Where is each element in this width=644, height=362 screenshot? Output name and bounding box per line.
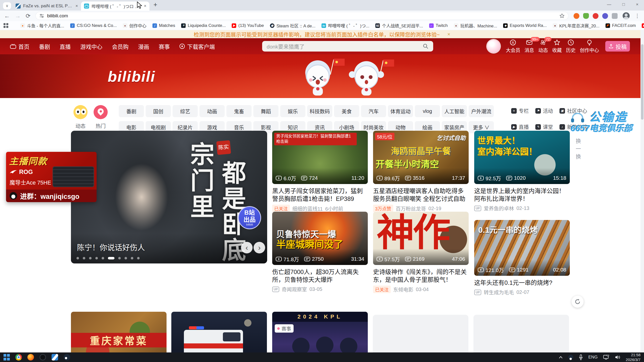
link-classroom[interactable]: ✎课堂 <box>535 123 553 130</box>
uploader-name[interactable]: 转生成为毛毛 <box>484 289 514 296</box>
steam-tray-icon[interactable] <box>568 355 573 360</box>
video-card[interactable]: 贝鲁特惊天一爆 半座城瞬间没了 71.8万 2750 31:34 伤亡超7000… <box>272 212 368 293</box>
video-thumbnail-food[interactable]: 重庆家常菜 <box>71 312 167 352</box>
video-title[interactable]: 这是世界上最大的室内海洋公园！阿布扎比海洋世界！ <box>474 187 570 203</box>
video-title[interactable]: 史诗级神作《闯关东》，闯的不是关东，是中国人骨子里那股气！ <box>373 268 469 284</box>
tab-search-button[interactable]: ∨ <box>3 2 11 9</box>
carousel-dot[interactable] <box>102 257 104 259</box>
video-card[interactable]: 神作 57.5万 2169 47:06 史诗级神作《闯关东》，闯的不是关东，是中… <box>373 212 469 293</box>
carousel[interactable]: 宗门里 都是卧底 陈实 B站 出品 bilibili 陈宁！你说话好伤人 ‹ › <box>71 131 267 263</box>
language-indicator[interactable]: ENG <box>588 355 598 360</box>
carousel-dot[interactable] <box>89 257 92 259</box>
bookmark-pgl[interactable]: ▶(557) PGL Cluj - N... <box>642 23 644 28</box>
bookmark-esports-world[interactable]: ◈Esports World Ra... <box>503 23 547 28</box>
nav-download-client[interactable]: 下载客户端 <box>179 42 215 50</box>
video-meta[interactable]: 已关注 东倾电影 03-04 <box>373 286 469 293</box>
bookmark-star-icon[interactable] <box>559 13 565 18</box>
url-text[interactable]: bilibili.com <box>47 13 68 19</box>
chip-vlog[interactable]: vlog <box>415 105 440 117</box>
video-title[interactable]: 黑人男子闯女邻居家抢菜刀，猛刺警员胸部后遭1枪击毙！EP389 <box>272 187 368 203</box>
search-icon[interactable] <box>423 43 429 49</box>
bookmark-bilibili[interactable]: tv哔哩哔哩 ( ゜- ゜)つ... <box>321 22 369 29</box>
bookmark-liquipedia[interactable]: ⚘Liquipedia Counte... <box>181 23 226 28</box>
tab-close-icon[interactable]: × <box>75 4 78 9</box>
display-icon[interactable] <box>603 355 609 360</box>
hot-label[interactable]: 热门 <box>94 122 108 129</box>
carousel-dot[interactable] <box>76 257 79 259</box>
nav-live[interactable]: 直播 <box>60 42 71 50</box>
video-title[interactable]: 这年头还有0.1元一串的烧烤? <box>474 279 570 287</box>
nav-history[interactable]: 历史 <box>566 39 576 53</box>
nav-home[interactable]: 首页 <box>10 42 29 50</box>
chip-variety[interactable]: 综艺 <box>173 105 198 117</box>
shield-extension-icon[interactable] <box>583 13 589 19</box>
nav-vip[interactable]: 大 大会员 <box>506 39 520 53</box>
dynamic-feed-icon[interactable] <box>73 105 88 119</box>
nav-bangumi[interactable]: 番剧 <box>39 42 50 50</box>
upload-button[interactable]: 投稿 <box>605 41 630 52</box>
hot-icon[interactable] <box>94 105 108 119</box>
chrome-taskbar-icon[interactable] <box>15 354 22 360</box>
chip-auto[interactable]: 汽车 <box>361 105 386 117</box>
video-card[interactable]: 58元/位 乞讨式自助 海鸥丽晶早午餐 开餐半小时清空 89.6万 3516 1… <box>373 131 469 212</box>
carousel-dot[interactable] <box>118 257 121 259</box>
microphone-icon[interactable] <box>579 354 583 360</box>
carousel-dot[interactable] <box>95 257 98 259</box>
video-thumbnail[interactable]: 贝鲁特惊天一爆 半座城瞬间没了 71.8万 2750 31:34 <box>272 212 368 265</box>
bookmark-douyu[interactable]: ●斗鱼 - 每个人的直... <box>20 22 64 29</box>
carousel-dot[interactable] <box>131 257 133 259</box>
video-card[interactable]: 男子闯女邻居家抢菜刀！猛刺警员胸部遭1枪击毙 6.0万 724 11:20 黑人… <box>272 131 368 212</box>
video-thumbnail[interactable]: 世界最大！ 室内海洋公园！ 92.5万 1020 15:18 <box>474 131 570 184</box>
avatar[interactable] <box>487 40 500 53</box>
video-thumbnail[interactable]: 0.1元一串的烧烤 121.0万 1291 02:08 <box>474 220 570 276</box>
chip-tech[interactable]: 科技数码 <box>307 105 332 117</box>
scrollbar-thumb[interactable] <box>641 44 643 120</box>
nav-vip-shop[interactable]: 会员购 <box>112 42 129 50</box>
puzzle-extensions-icon[interactable] <box>612 13 618 19</box>
carousel-dot[interactable] <box>83 257 85 259</box>
carousel-dot-active[interactable] <box>108 257 114 259</box>
video-thumbnail-ambulance[interactable] <box>171 312 267 352</box>
bookmark-kpl[interactable]: ●KPL年度总决赛_20... <box>553 22 599 29</box>
video-title[interactable]: 伤亡超7000人，超30万人流离失所，贝鲁特惊天大爆炸 <box>272 268 368 284</box>
chip-outdoor[interactable]: 户外潮流 <box>469 105 494 117</box>
chip-food[interactable]: 美食 <box>334 105 359 117</box>
bookmark-youtube[interactable]: ▶(13) YouTube <box>232 23 264 28</box>
apps-grid-icon[interactable] <box>4 23 8 28</box>
scrollbar-track[interactable] <box>640 30 644 352</box>
bookmark-creator-center[interactable]: ●创作中心 <box>123 22 146 29</box>
video-thumbnail[interactable]: 神作 57.5万 2169 47:06 <box>373 212 469 265</box>
video-thumbnail[interactable]: 58元/位 乞讨式自助 海鸥丽晶早午餐 开餐半小时清空 89.6万 3516 1… <box>373 131 469 184</box>
chip-sports[interactable]: 体育运动 <box>388 105 413 117</box>
link-activity[interactable]: ⚑活动 <box>535 107 553 114</box>
carousel-title[interactable]: 陈宁！你说话好伤人 <box>77 241 145 252</box>
video-card[interactable]: 世界最大！ 室内海洋公园！ 92.5万 1020 15:18 这是世界上最大的室… <box>474 131 570 212</box>
carousel-next-button[interactable]: › <box>254 242 265 253</box>
bookmark-matches[interactable]: /Matches <box>152 23 175 28</box>
video-meta[interactable]: UP 爱养鱼的卓林 02-13 <box>474 205 570 212</box>
link-articles[interactable]: ≡专栏 <box>511 107 529 114</box>
start-button-icon[interactable] <box>4 354 10 360</box>
carousel-prev-button[interactable]: ‹ <box>241 242 253 253</box>
new-tab-button[interactable]: + <box>153 1 157 9</box>
nav-favorites[interactable]: 收藏 <box>552 39 562 53</box>
nav-dynamic[interactable]: 72 动态 <box>538 39 548 53</box>
video-meta[interactable]: 3万点赞 百万粉丝龙哥 02-19 <box>373 205 469 212</box>
nav-esports[interactable]: 赛事 <box>159 42 170 50</box>
nav-messages[interactable]: 99+ 消息 <box>525 39 534 53</box>
taskbar-clock[interactable]: 21:58 2026/3/7 <box>626 352 640 362</box>
reload-icon[interactable]: ⟳ <box>26 13 30 19</box>
video-meta[interactable]: UP 奇闻观察室 03-05 <box>272 286 368 293</box>
chip-guochuang[interactable]: 国创 <box>146 105 171 117</box>
tab-close-icon[interactable]: × <box>144 4 146 9</box>
video-meta[interactable]: 已关注 细细的蓝线11 6小时前 <box>272 205 368 212</box>
back-icon[interactable]: ← <box>4 13 10 19</box>
chip-ai[interactable]: 人工智能 <box>442 105 467 117</box>
chip-entertainment[interactable]: 娱乐 <box>280 105 305 117</box>
chip-animation[interactable]: 动画 <box>199 105 225 117</box>
bookmark-twitch[interactable]: ⌐Twitch <box>429 23 448 28</box>
carousel-dot[interactable] <box>137 257 140 259</box>
video-thumbnail-esports[interactable]: 2024 KPL 赛事 <box>272 312 368 352</box>
link-live[interactable]: ▶直播 <box>511 123 529 130</box>
video-thumbnail[interactable]: 男子闯女邻居家抢菜刀！猛刺警员胸部遭1枪击毙 6.0万 724 11:20 <box>272 131 368 184</box>
